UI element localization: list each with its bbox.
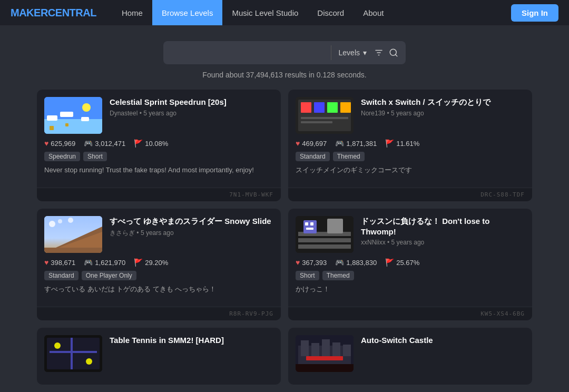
search-dropdown[interactable]: Levels ▾	[333, 48, 372, 57]
svg-rect-9	[81, 117, 89, 121]
svg-rect-39	[50, 351, 97, 353]
likes-value: 367,393	[302, 259, 327, 267]
author-thwomp: xxNNiixx	[361, 239, 386, 246]
flag-icon: 🚩	[134, 139, 143, 148]
svg-rect-18	[340, 102, 351, 113]
separator: •	[387, 110, 391, 117]
card-top: ドッスンに負けるな！ Don't lose to Thwomp! xxNNiix…	[296, 216, 525, 253]
flag-icon: 🚩	[134, 258, 143, 267]
card-title-celestial: Celestial Sprint Speedrun [20s]	[110, 97, 273, 107]
thumbnail-autoswitch	[296, 335, 354, 372]
gamepad-icon: 🎮	[84, 258, 93, 267]
tag-standard-switch: Standard	[296, 152, 330, 161]
svg-rect-45	[301, 340, 309, 356]
nav-music-studio[interactable]: Music Level Studio	[222, 0, 308, 25]
thumbnail-tennis	[44, 335, 102, 372]
author-snowy: きさらぎ	[110, 229, 135, 237]
clear-value: 29.20%	[145, 259, 168, 267]
svg-rect-11	[65, 123, 68, 126]
card-info: Table Tennis in SMM2! [HARD]	[110, 335, 273, 372]
svg-rect-51	[306, 356, 343, 360]
thumb-art-switch	[296, 97, 354, 134]
card-stats-thwomp: ♥ 367,393 🎮 1,883,830 🚩 25.67%	[296, 258, 525, 267]
svg-rect-15	[301, 102, 311, 113]
card-title-tennis: Table Tennis in SMM2! [HARD]	[110, 335, 273, 346]
svg-line-4	[395, 54, 397, 56]
gamepad-icon: 🎮	[335, 258, 344, 267]
thumbnail-thwomp	[296, 216, 354, 253]
svg-point-42	[86, 358, 92, 365]
card-info: すべって ゆきやまのスライダー Snowy Slide きさらぎ • 5 yea…	[110, 216, 273, 253]
likes-stat: ♥ 398,671	[44, 258, 75, 267]
svg-rect-10	[50, 126, 54, 130]
card-thwomp: ドッスンに負けるな！ Don't lose to Thwomp! xxNNiix…	[288, 209, 532, 320]
search-icon	[389, 48, 398, 57]
likes-value: 469,697	[302, 140, 327, 148]
svg-point-26	[58, 219, 62, 223]
thumb-art	[44, 97, 102, 134]
gamepad-icon: 🎮	[84, 139, 93, 148]
sign-in-button[interactable]: Sign In	[511, 4, 558, 22]
card-switch: Switch x Switch / スイッチのとりで Nore139 • 5 y…	[288, 90, 532, 201]
clear-stat: 🚩 25.67%	[385, 258, 419, 267]
separator: •	[387, 239, 391, 246]
svg-rect-50	[296, 364, 354, 372]
clear-value: 11.61%	[396, 140, 419, 148]
likes-stat: ♥ 469,697	[296, 139, 327, 148]
card-stats-celestial: ♥ 625,969 🎮 3,012,471 🚩 10.08%	[44, 139, 273, 148]
card-autoswitch: Auto-Switch Castle	[288, 328, 532, 385]
heart-icon: ♥	[44, 258, 48, 267]
card-tags-snowy: Standard One Player Only	[44, 271, 273, 280]
plays-stat: 🎮 1,621,970	[84, 258, 125, 267]
logo-text-white: MAKER	[11, 7, 48, 18]
logo[interactable]: MAKERCENTRAL	[11, 7, 96, 19]
clear-value: 10.08%	[145, 140, 168, 148]
card-top: Celestial Sprint Speedrun [20s] Dynastee…	[44, 97, 273, 134]
card-info: ドッスンに負けるな！ Don't lose to Thwomp! xxNNiix…	[361, 216, 525, 253]
search-filter-button[interactable]	[372, 46, 386, 60]
likes-stat: ♥ 367,393	[296, 258, 327, 267]
time-thwomp: 5 years ago	[391, 239, 425, 246]
card-meta-celestial: Dynasteel • 5 years ago	[110, 110, 273, 117]
plays-stat: 🎮 1,871,381	[335, 139, 377, 148]
tag-speedrun: Speedrun	[44, 152, 80, 161]
card-snowy: すべって ゆきやまのスライダー Snowy Slide きさらぎ • 5 yea…	[37, 209, 281, 320]
search-container: Levels ▾	[163, 41, 406, 64]
chevron-down-icon: ▾	[363, 48, 367, 57]
nav-discord[interactable]: Discord	[308, 0, 354, 25]
thumbnail-switch	[296, 97, 354, 134]
card-meta-switch: Nore139 • 5 years ago	[361, 110, 525, 117]
clear-stat: 🚩 11.61%	[385, 139, 419, 148]
logo-text-blue: CENTRAL	[48, 7, 96, 18]
card-desc-snowy: すべっている あいだは トゲのある てきも へっちゃら！	[44, 285, 273, 294]
likes-value: 625,969	[51, 140, 75, 148]
separator: •	[136, 229, 141, 237]
heart-icon: ♥	[296, 258, 300, 267]
svg-rect-24	[44, 248, 102, 253]
search-section: Levels ▾	[0, 41, 569, 64]
nav-home[interactable]: Home	[112, 0, 152, 25]
card-tags-switch: Standard Themed	[296, 152, 525, 161]
card-top: Table Tennis in SMM2! [HARD]	[44, 335, 273, 372]
card-top: Switch x Switch / スイッチのとりで Nore139 • 5 y…	[296, 97, 525, 134]
clear-stat: 🚩 29.20%	[134, 258, 168, 267]
flag-icon: 🚩	[385, 139, 394, 148]
navbar: MAKERCENTRAL Home Browse Levels Music Le…	[0, 0, 569, 25]
svg-rect-36	[327, 219, 343, 233]
svg-rect-19	[301, 117, 348, 119]
plays-value: 3,012,471	[95, 140, 125, 148]
search-input[interactable]	[163, 41, 329, 64]
svg-rect-30	[298, 238, 351, 242]
plays-stat: 🎮 3,012,471	[84, 139, 125, 148]
tag-short-thwomp: Short	[296, 271, 319, 280]
plays-value: 1,871,381	[346, 140, 377, 148]
search-go-button[interactable]	[386, 46, 401, 60]
nav-about[interactable]: About	[354, 0, 393, 25]
card-top: すべって ゆきやまのスライダー Snowy Slide きさらぎ • 5 yea…	[44, 216, 273, 253]
svg-rect-16	[314, 102, 325, 113]
svg-rect-47	[322, 339, 330, 356]
card-code-switch: DRC-S88-TDF	[288, 188, 532, 201]
tag-standard-snowy: Standard	[44, 271, 79, 280]
time-switch: 5 years ago	[391, 110, 424, 117]
nav-browse-levels[interactable]: Browse Levels	[152, 0, 223, 25]
